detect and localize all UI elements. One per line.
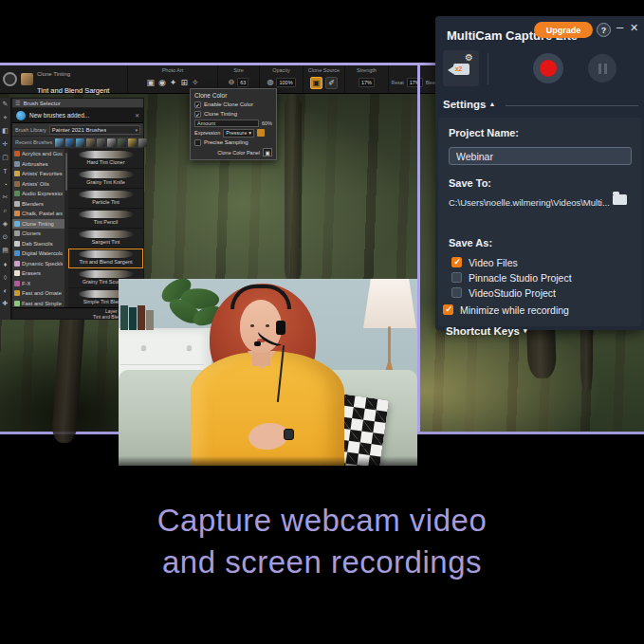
brush-selector-summary[interactable]: Clone Tinting Tint and Blend Sargent — [0, 65, 128, 93]
save-as-option[interactable]: Pinnacle Studio Project — [451, 271, 572, 284]
clone-source-enabled-button[interactable]: ▣ — [310, 77, 322, 89]
category-icon — [14, 241, 20, 247]
brush-category-list: Acrylics and Gouache Airbrushes Artists'… — [12, 149, 64, 307]
new-brushes-notification[interactable]: New brushes added... ✕ — [12, 108, 143, 123]
brush-category-item[interactable]: Dynamic Speckles — [12, 259, 64, 269]
close-icon[interactable]: ✕ — [630, 22, 638, 34]
brush-category-item[interactable]: Artists' Oils — [12, 179, 64, 190]
brush-category-item[interactable]: Chalk, Pastel and Crayons — [12, 209, 64, 219]
folder-browse-icon[interactable] — [613, 194, 627, 205]
rotate-page-tool[interactable]: ◐ — [0, 284, 11, 297]
checkbox[interactable] — [443, 304, 453, 315]
checkbox[interactable] — [451, 287, 462, 298]
clone-tinting-option[interactable]: Clone Tinting — [194, 109, 272, 119]
checkbox[interactable] — [451, 257, 462, 267]
brush-variant-item[interactable]: Tint and Blend Sargent — [68, 248, 143, 268]
brush-variant-item[interactable]: Hard Tint Cloner — [68, 149, 143, 169]
recent-brush-thumb[interactable] — [86, 138, 95, 147]
mirror-tool[interactable]: ◊ — [0, 270, 11, 284]
project-name-input[interactable] — [449, 147, 632, 165]
brush-category-item[interactable]: Erasers — [12, 268, 64, 279]
resat-value[interactable]: 17% — [407, 78, 423, 87]
navigation-tool[interactable]: ✚ — [0, 297, 11, 310]
brush-category-item[interactable]: Acrylics and Gouache — [12, 149, 64, 159]
clone-source-tool[interactable]: ⊙ — [0, 230, 11, 244]
expression-orange-icon[interactable] — [257, 129, 265, 137]
gradient-tool[interactable]: ♦ — [0, 257, 11, 270]
notification-close-icon[interactable]: ✕ — [135, 112, 139, 119]
category-icon — [14, 290, 20, 296]
brush-category-item[interactable]: F-X — [12, 279, 64, 289]
size-value[interactable]: 63 — [237, 78, 248, 87]
upgrade-button[interactable]: Upgrade — [534, 22, 593, 38]
photo-art-effects-icon[interactable]: ✧ — [192, 77, 199, 88]
brush-variant-item[interactable]: Tint Pencil — [68, 209, 143, 229]
brush-variant-item[interactable]: Sargent Tint — [68, 229, 143, 248]
photo-art-layout-icon[interactable]: ⊞ — [180, 77, 188, 88]
photo-art-camera-icon[interactable]: ◉ — [158, 77, 166, 88]
paint-bucket-tool[interactable]: ◧ — [0, 124, 11, 138]
layer-adjuster-tool[interactable]: ◈ — [0, 217, 11, 230]
text-tool[interactable]: T — [0, 164, 11, 177]
recent-brush-thumb[interactable] — [76, 138, 84, 147]
recent-brush-thumb[interactable] — [138, 138, 147, 147]
chevron-down-icon: ▾ — [135, 127, 138, 133]
shape-tool[interactable]: ◔ — [0, 177, 11, 191]
brush-category-item[interactable]: Cloners — [12, 229, 64, 239]
shortcut-keys-toggle[interactable]: Shortcut Keys▾ — [446, 325, 526, 337]
brush-category-item[interactable]: Airbrushes — [12, 159, 64, 170]
expression-dropdown[interactable]: Pressure ▾ — [223, 129, 254, 138]
magnifier-tool[interactable]: ⌕ — [0, 204, 11, 217]
minimize-icon[interactable]: – — [616, 20, 623, 34]
category-icon — [14, 261, 20, 267]
brush-variant-item[interactable]: Grainy Tint Knife — [68, 169, 143, 189]
amount-slider[interactable]: Amount — [194, 120, 259, 127]
brush-category-item[interactable]: Audio Expression — [12, 189, 64, 199]
checkbox[interactable] — [451, 272, 462, 283]
precise-sampling-option[interactable]: Precise Sampling — [194, 138, 272, 147]
rect-select-tool[interactable]: ▢ — [0, 151, 11, 164]
minimize-while-recording-option[interactable]: Minimize while recording — [443, 304, 569, 316]
size-minus-icon[interactable]: ⊖ — [229, 78, 235, 87]
enable-clone-color-option[interactable]: Enable Clone Color — [194, 100, 272, 109]
save-as-option[interactable]: Video Files — [451, 256, 572, 268]
dropper-tool[interactable]: ⌖ — [0, 111, 11, 124]
brush-category-item[interactable]: Clone Tinting — [12, 219, 64, 230]
opacity-value[interactable]: 100% — [276, 78, 295, 87]
scissors-tool[interactable]: ✂ — [0, 191, 11, 204]
chevron-down-icon: ▾ — [524, 327, 527, 334]
recent-brush-thumb[interactable] — [65, 138, 74, 147]
recent-brush-thumb[interactable] — [97, 138, 105, 147]
checkbox[interactable] — [194, 101, 201, 108]
capture-sources-button[interactable]: ⚙ x2 — [443, 50, 479, 86]
recent-brush-thumb[interactable] — [55, 138, 64, 147]
brush-category-item[interactable]: Fast and Ornate — [12, 288, 64, 299]
brush-library-dropdown[interactable]: Painter 2021 Brushes ▾ — [49, 125, 140, 135]
brush-tool[interactable]: ✎ — [0, 98, 11, 111]
pause-button[interactable] — [588, 54, 616, 83]
checkbox[interactable] — [194, 111, 201, 118]
brush-category-item[interactable]: Artists' Favorites — [12, 169, 64, 179]
pattern-tool[interactable]: ▤ — [0, 244, 11, 257]
photo-art-auto-icon[interactable]: ▣ — [146, 77, 155, 88]
help-icon[interactable]: ? — [597, 23, 611, 37]
brush-category-item[interactable]: Fast and Simple — [12, 299, 64, 308]
clone-stamp-button[interactable]: ✐ — [325, 77, 338, 89]
brush-variant-item[interactable]: Particle Tint — [68, 189, 143, 209]
recent-brush-thumb[interactable] — [107, 138, 116, 147]
settings-toggle[interactable]: Settings▲ — [443, 99, 495, 110]
recent-brush-thumb[interactable] — [128, 138, 137, 147]
brush-category-item[interactable]: Digital Watercolor — [12, 248, 64, 259]
save-as-option[interactable]: VideoStudio Project — [451, 286, 572, 299]
opacity-icon[interactable]: ◍ — [267, 78, 273, 87]
panel-menu-icon[interactable]: ☰ — [15, 100, 20, 106]
photo-art-paint-icon[interactable]: ✦ — [170, 77, 177, 88]
strength-value[interactable]: 17% — [359, 78, 375, 87]
clone-color-panel-button[interactable]: ▣ — [263, 148, 272, 156]
record-button[interactable] — [533, 53, 563, 83]
brush-category-item[interactable]: Blenders — [12, 199, 64, 210]
transform-tool[interactable]: ✛ — [0, 138, 11, 151]
brush-category-item[interactable]: Dab Stencils — [12, 239, 64, 249]
checkbox[interactable] — [194, 139, 201, 146]
recent-brush-thumb[interactable] — [118, 138, 126, 147]
